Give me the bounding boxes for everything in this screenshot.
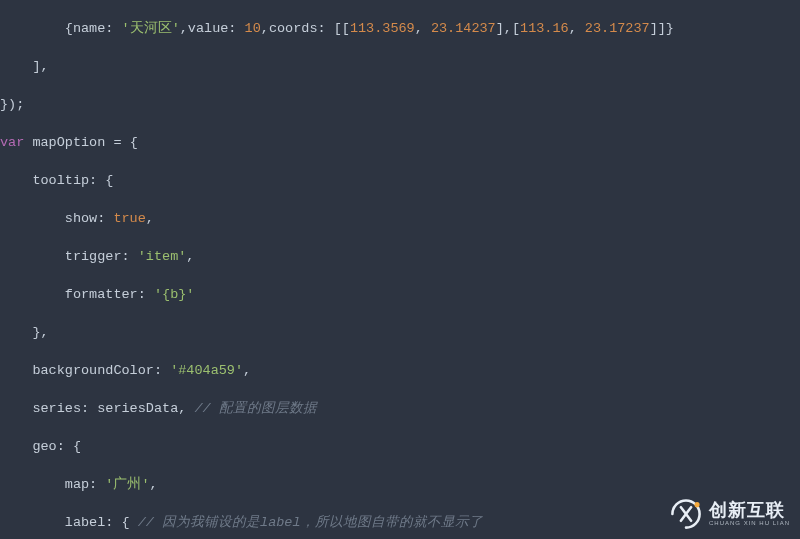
brand-logo-icon <box>669 497 703 531</box>
code-line: show: true, <box>0 209 800 228</box>
code-line: geo: { <box>0 437 800 456</box>
code-line: ], <box>0 57 800 76</box>
svg-point-0 <box>694 502 699 507</box>
code-line: series: seriesData, // 配置的图层数据 <box>0 399 800 418</box>
brand-watermark: 创新互联 CHUANG XIN HU LIAN <box>669 497 790 531</box>
code-line: }, <box>0 323 800 342</box>
code-line: formatter: '{b}' <box>0 285 800 304</box>
code-line: tooltip: { <box>0 171 800 190</box>
code-line: map: '广州', <box>0 475 800 494</box>
brand-name: 创新互联 <box>709 501 790 519</box>
code-line: }); <box>0 95 800 114</box>
code-line: trigger: 'item', <box>0 247 800 266</box>
code-line: backgroundColor: '#404a59', <box>0 361 800 380</box>
brand-subtitle: CHUANG XIN HU LIAN <box>709 519 790 527</box>
code-line: {name: '天河区',value: 10,coords: [[113.356… <box>0 19 800 38</box>
code-line: var mapOption = { <box>0 133 800 152</box>
code-editor-viewport[interactable]: {name: '天河区',value: 10,coords: [[113.356… <box>0 0 800 539</box>
